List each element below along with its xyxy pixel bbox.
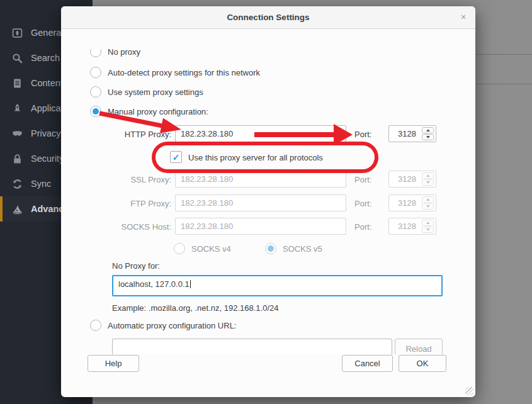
spinner-down-icon	[422, 227, 434, 233]
reload-button[interactable]: Reload	[395, 339, 443, 354]
dialog-title: Connection Settings	[227, 13, 309, 22]
ftp-proxy-input[interactable]: 182.23.28.180	[175, 194, 346, 211]
dialog-scroll-viewport[interactable]: No proxy Auto-detect proxy settings for …	[61, 49, 475, 354]
cancel-button[interactable]: Cancel	[342, 355, 393, 372]
ssl-proxy-label: SSL Proxy:	[74, 175, 171, 185]
no-proxy-for-value: localhost, 127.0.0.1	[118, 279, 190, 289]
socks-host-label: SOCKS Host:	[74, 222, 171, 232]
radio-manual-proxy[interactable]: Manual proxy configuration:	[90, 106, 208, 117]
spinner-up-icon	[422, 220, 434, 226]
spinner-up-icon[interactable]	[422, 127, 434, 133]
http-proxy-label: HTTP Proxy:	[74, 130, 171, 140]
sidebar-item-label: Security	[31, 154, 64, 164]
sidebar-item-label: Privacy	[31, 128, 61, 138]
radio-circle	[90, 86, 101, 98]
resize-grip[interactable]	[465, 387, 473, 395]
http-port-label: Port:	[354, 130, 371, 140]
ok-button[interactable]: OK	[399, 355, 446, 372]
port-spinner	[422, 220, 434, 233]
radio-label: SOCKS v4	[191, 244, 231, 254]
firefox-preferences-page: General Search Content Applicat Privacy	[0, 0, 532, 404]
text-cursor	[190, 280, 191, 288]
advanced-icon	[11, 203, 23, 215]
ftp-proxy-label: FTP Proxy:	[74, 199, 171, 209]
sidebar-item-label: Search	[31, 53, 60, 63]
radio-socks-v4[interactable]: SOCKS v4	[174, 243, 231, 254]
radio-label: Manual proxy configuration:	[108, 107, 208, 116]
ssl-port-label: Port:	[354, 175, 371, 185]
spinner-down-icon[interactable]	[422, 134, 434, 140]
port-spinner	[422, 196, 434, 210]
radio-label: SOCKS v5	[283, 244, 322, 254]
ftp-port-value: 3128	[398, 198, 416, 208]
radio-auto-config-url[interactable]: Automatic proxy configuration URL:	[90, 320, 236, 331]
spinner-up-icon	[422, 196, 434, 203]
security-icon	[11, 153, 23, 164]
socks-host-input[interactable]: 182.23.28.180	[175, 218, 346, 235]
sidebar-item-label: General	[31, 28, 64, 38]
sidebar-item-label: Advanc	[31, 204, 64, 214]
use-for-all-protocols-checkbox[interactable]: ✓	[170, 151, 182, 163]
http-port-input[interactable]: 3128	[388, 125, 436, 142]
no-proxy-for-label: No Proxy for:	[112, 261, 160, 271]
radio-socks-v5[interactable]: SOCKS v5	[265, 243, 322, 254]
connection-settings-dialog: Connection Settings × No proxy Auto-dete…	[61, 6, 475, 397]
sync-icon	[11, 178, 23, 189]
http-proxy-value: 182.23.28.180	[181, 129, 233, 138]
check-icon: ✓	[173, 152, 180, 162]
privacy-icon	[11, 128, 23, 139]
applications-icon	[11, 103, 23, 114]
auto-config-url-input[interactable]	[112, 339, 392, 354]
dialog-header: Connection Settings ×	[61, 6, 475, 29]
help-button[interactable]: Help	[88, 355, 139, 372]
socks-port-value: 3128	[398, 222, 416, 231]
sidebar-item-label: Applicat	[31, 103, 64, 113]
ssl-proxy-value: 182.23.28.180	[181, 174, 233, 184]
radio-label: Auto-detect proxy settings for this netw…	[108, 68, 260, 77]
checkbox-label: Use this proxy server for all protocols	[188, 153, 323, 162]
content-icon	[11, 77, 23, 89]
spinner-down-icon	[422, 179, 434, 186]
spinner-down-icon	[422, 203, 434, 210]
radio-autodetect[interactable]: Auto-detect proxy settings for this netw…	[90, 67, 260, 78]
socks-port-label: Port:	[354, 222, 371, 232]
ssl-port-value: 3128	[398, 174, 416, 184]
radio-label: Automatic proxy configuration URL:	[108, 321, 236, 330]
radio-no-proxy[interactable]: No proxy	[90, 49, 140, 57]
general-icon	[11, 27, 23, 38]
no-proxy-for-textarea[interactable]: localhost, 127.0.0.1	[112, 275, 443, 296]
port-spinner[interactable]	[422, 127, 434, 140]
radio-label: No proxy	[108, 49, 140, 57]
radio-label: Use system proxy settings	[108, 87, 203, 97]
socks-host-value: 182.23.28.180	[181, 222, 233, 231]
ssl-proxy-input[interactable]: 182.23.28.180	[175, 171, 346, 188]
ssl-port-input[interactable]: 3128	[388, 171, 436, 188]
radio-circle-selected	[90, 106, 101, 117]
radio-circle	[90, 67, 101, 78]
ftp-proxy-value: 182.23.28.180	[181, 198, 233, 208]
spinner-up-icon	[422, 172, 434, 179]
radio-circle-selected	[265, 243, 276, 254]
no-proxy-example: Example: .mozilla.org, .net.nz, 192.168.…	[112, 303, 279, 313]
radio-circle	[90, 320, 101, 331]
http-port-value: 3128	[398, 129, 416, 138]
sidebar-item-label: Content	[31, 78, 63, 88]
ftp-port-label: Port:	[354, 199, 371, 209]
ftp-port-input[interactable]: 3128	[388, 194, 436, 211]
radio-system-proxy[interactable]: Use system proxy settings	[90, 86, 203, 98]
http-proxy-input[interactable]: 182.23.28.180	[175, 125, 346, 142]
radio-circle	[90, 49, 101, 57]
port-spinner	[422, 172, 434, 186]
sidebar-item-label: Sync	[31, 179, 51, 189]
search-icon	[11, 52, 23, 64]
radio-circle	[174, 243, 185, 254]
close-icon[interactable]: ×	[458, 11, 469, 23]
socks-port-input[interactable]: 3128	[388, 218, 436, 235]
